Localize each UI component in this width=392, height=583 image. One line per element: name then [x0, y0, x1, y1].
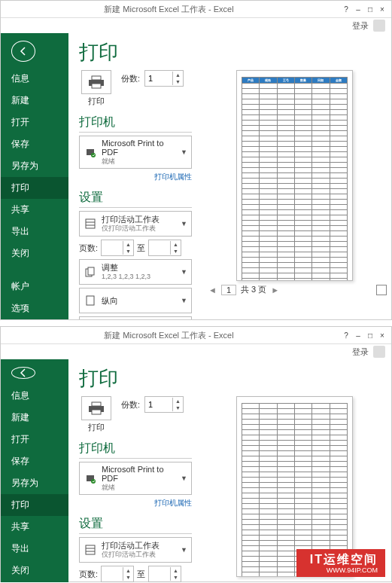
- pages-label: 页数:: [79, 243, 98, 254]
- pages-to[interactable]: ▲▼: [148, 566, 181, 582]
- print-what-select[interactable]: 打印活动工作表仅打印活动工作表 ▼: [79, 537, 192, 563]
- page-of: 共 3 页: [241, 284, 266, 295]
- chevron-down-icon: ▼: [181, 475, 187, 482]
- close-button[interactable]: ×: [378, 5, 387, 14]
- window-title: 新建 Microsoft Excel 工作表 - Excel: [1, 330, 337, 341]
- copies-stepper[interactable]: ▲▼: [144, 396, 184, 413]
- help-button[interactable]: ?: [342, 331, 351, 340]
- collate-icon: [84, 265, 97, 279]
- sidebar-item-saveas[interactable]: 另存为: [1, 155, 68, 177]
- printer-icon: [81, 70, 111, 94]
- print-button-label: 打印: [79, 422, 114, 433]
- sidebar-item-save[interactable]: 保存: [1, 450, 68, 472]
- printer-ready-icon: [84, 472, 97, 485]
- sidebar-item-print[interactable]: 打印: [1, 177, 68, 199]
- chevron-down-icon: ▼: [181, 268, 187, 276]
- spin-up-icon[interactable]: ▲: [173, 398, 183, 404]
- chevron-down-icon: ▼: [181, 148, 187, 156]
- sidebar-item-close[interactable]: 关闭: [1, 243, 68, 264]
- sidebar-item-save[interactable]: 保存: [1, 133, 68, 155]
- sidebar-item-print[interactable]: 打印: [1, 494, 68, 516]
- help-button[interactable]: ?: [342, 5, 351, 14]
- copies-label: 份数:: [121, 73, 140, 84]
- printer-properties-link[interactable]: 打印机属性: [79, 172, 192, 182]
- sidebar-item-saveas[interactable]: 另存为: [1, 472, 68, 494]
- titlebar: 新建 Microsoft Excel 工作表 - Excel ? – □ ×: [1, 327, 391, 344]
- spin-up-icon[interactable]: ▲: [173, 72, 183, 78]
- pages-to-label: 至: [137, 243, 145, 254]
- collate-select[interactable]: 调整1,2,3 1,2,3 1,2,3 ▼: [79, 259, 192, 285]
- printer-name: Microsoft Print to PDF: [102, 139, 176, 157]
- sidebar-item-info[interactable]: 信息: [1, 68, 68, 90]
- printer-properties-link[interactable]: 打印机属性: [79, 498, 192, 508]
- print-panel: 打印 打印 份数: ▲: [68, 33, 391, 319]
- chevron-down-icon: ▼: [181, 546, 187, 554]
- preview-table: 产品规格工号数量日期金额: [242, 77, 348, 281]
- spin-down-icon[interactable]: ▼: [173, 78, 183, 85]
- svg-rect-18: [92, 410, 101, 414]
- printer-header: 打印机: [79, 441, 192, 456]
- spin-down-icon[interactable]: ▼: [173, 404, 183, 411]
- paper-select[interactable]: A421 厘米 x 29.7 厘米 ▼: [79, 316, 192, 319]
- svg-rect-16: [92, 402, 101, 406]
- close-button[interactable]: ×: [378, 331, 387, 340]
- print-button[interactable]: 打印: [79, 396, 114, 433]
- copies-stepper[interactable]: ▲▼: [144, 70, 184, 87]
- excel-window-bottom: 新建 Microsoft Excel 工作表 - Excel ? – □ × 登…: [0, 326, 392, 582]
- sidebar-item-account[interactable]: 帐户: [1, 581, 68, 582]
- sidebar-item-open[interactable]: 打开: [1, 111, 68, 133]
- pages-from[interactable]: ▲▼: [101, 566, 134, 582]
- sidebar-item-new[interactable]: 新建: [1, 407, 68, 429]
- minimize-button[interactable]: –: [354, 5, 363, 14]
- chevron-down-icon: ▼: [181, 220, 187, 227]
- sidebar-item-open[interactable]: 打开: [1, 429, 68, 450]
- copies-input[interactable]: [145, 74, 172, 83]
- sheets-icon: [84, 543, 97, 557]
- pages-from[interactable]: ▲▼: [101, 240, 134, 256]
- backstage-sidebar: 信息 新建 打开 保存 另存为 打印 共享 导出 关闭 帐户 选项: [1, 359, 68, 582]
- copies-label: 份数:: [121, 399, 140, 411]
- back-button[interactable]: [11, 367, 35, 379]
- page-current[interactable]: 1: [221, 285, 236, 295]
- portrait-icon: [84, 294, 97, 307]
- sidebar-item-export[interactable]: 导出: [1, 538, 68, 560]
- back-button[interactable]: [11, 41, 35, 62]
- login-link[interactable]: 登录: [352, 20, 369, 32]
- sidebar-item-info[interactable]: 信息: [1, 385, 68, 407]
- avatar[interactable]: [373, 346, 385, 358]
- restore-button[interactable]: □: [366, 5, 375, 14]
- next-page-button[interactable]: ►: [271, 285, 279, 295]
- sheets-icon: [84, 217, 97, 230]
- copies-input[interactable]: [145, 400, 172, 409]
- print-what-select[interactable]: 打印活动工作表仅打印活动工作表 ▼: [79, 211, 192, 237]
- login-link[interactable]: 登录: [352, 346, 369, 358]
- sidebar-item-account[interactable]: 帐户: [1, 276, 68, 298]
- printer-header: 打印机: [79, 114, 192, 130]
- printer-select[interactable]: Microsoft Print to PDF就绪 ▼: [79, 462, 192, 495]
- sidebar-item-options[interactable]: 选项: [1, 298, 68, 319]
- minimize-button[interactable]: –: [354, 331, 363, 340]
- excel-window-top: 新建 Microsoft Excel 工作表 - Excel ? – □ × 登…: [0, 0, 392, 320]
- orientation-select[interactable]: 纵向 ▼: [79, 288, 192, 313]
- print-button[interactable]: 打印: [79, 70, 114, 107]
- prev-page-button[interactable]: ◄: [208, 285, 217, 295]
- svg-rect-2: [92, 84, 101, 88]
- svg-rect-0: [92, 76, 101, 80]
- zoom-to-page-button[interactable]: [376, 285, 387, 295]
- svg-rect-10: [87, 296, 94, 305]
- svg-point-4: [91, 153, 96, 157]
- avatar[interactable]: [373, 20, 385, 32]
- settings-header: 设置: [79, 516, 192, 532]
- sidebar-item-share[interactable]: 共享: [1, 516, 68, 538]
- svg-rect-9: [88, 267, 94, 275]
- sidebar-item-new[interactable]: 新建: [1, 90, 68, 111]
- printer-select[interactable]: Microsoft Print to PDF就绪 ▼: [79, 136, 192, 169]
- sidebar-item-export[interactable]: 导出: [1, 221, 68, 243]
- sidebar-item-share[interactable]: 共享: [1, 199, 68, 221]
- backstage-sidebar: 信息 新建 打开 保存 另存为 打印 共享 导出 关闭 帐户 选项: [1, 33, 68, 319]
- sidebar-item-close[interactable]: 关闭: [1, 560, 68, 581]
- printer-status: 就绪: [102, 483, 176, 492]
- restore-button[interactable]: □: [366, 331, 375, 340]
- pages-to[interactable]: ▲▼: [148, 240, 181, 256]
- printer-icon: [81, 396, 111, 420]
